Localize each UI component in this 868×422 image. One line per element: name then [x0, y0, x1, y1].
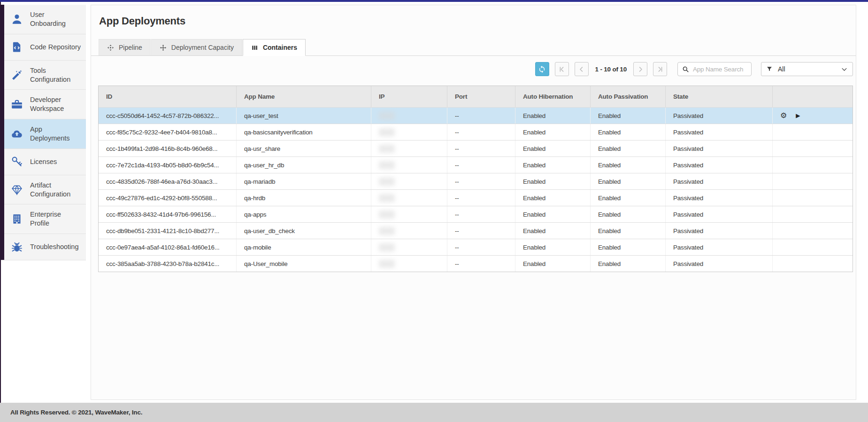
sidebar-item-developer-workspace[interactable]: Developer Workspace — [0, 89, 86, 119]
cell-port: -- — [447, 173, 515, 189]
pagination-next-button[interactable] — [633, 62, 647, 76]
sidebar-item-licenses[interactable]: Licenses — [0, 148, 86, 175]
ip-value-redacted — [379, 243, 395, 251]
search-icon — [682, 66, 689, 73]
table-row[interactable]: ccc-ff502633-8432-41d4-97b6-996156...qa-… — [99, 206, 853, 222]
sidebar-item-tools-configuration[interactable]: Tools Configuration — [0, 60, 86, 90]
column-header-port[interactable]: Port — [447, 86, 515, 107]
tab-deployment-capacity[interactable]: Deployment Capacity — [151, 39, 242, 55]
column-header-app-name[interactable]: App Name — [237, 86, 371, 107]
cell-state: Passivated — [666, 223, 773, 239]
cell-auto-hibernation: Enabled — [515, 190, 591, 206]
sidebar-item-code-repository[interactable]: Code Repository — [0, 34, 86, 60]
bug-icon — [10, 241, 23, 253]
app-name-search-input[interactable] — [693, 66, 747, 73]
table-toolbar: 1 - 10 of 10 All — [91, 56, 856, 81]
cell-state: Passivated — [666, 190, 773, 206]
pagination-first-button[interactable] — [555, 62, 569, 76]
sidebar-item-label: Tools Configuration — [30, 66, 81, 84]
tab-containers[interactable]: Containers — [243, 39, 306, 56]
cell-port: -- — [447, 108, 515, 124]
cell-port: -- — [447, 206, 515, 222]
cell-actions — [773, 124, 853, 140]
cell-actions — [773, 141, 853, 156]
column-header-auto-hibernation[interactable]: Auto Hibernation — [515, 86, 591, 107]
table-row[interactable]: ccc-0e97aea4-a5af-4102-86a1-fd60e16...qa… — [99, 239, 853, 255]
cell-auto-passivation: Enabled — [591, 206, 666, 222]
sidebar-item-troubleshooting[interactable]: Troubleshooting — [0, 234, 86, 260]
table-row[interactable]: ccc-1b499fa1-2d98-416b-8c4b-960e68...qa-… — [99, 140, 853, 156]
cell-ip — [371, 108, 447, 124]
ip-value-redacted — [379, 178, 395, 186]
cell-auto-hibernation: Enabled — [515, 141, 591, 156]
tab-bar: PipelineDeployment CapacityContainers — [91, 39, 856, 56]
cell-actions — [773, 239, 853, 255]
briefcase-icon — [10, 98, 23, 111]
sidebar-item-app-deployments[interactable]: App Deployments — [0, 119, 86, 148]
pipeline-icon — [107, 44, 114, 51]
cell-ip — [371, 206, 447, 222]
cell-actions: ⚙▶ — [773, 108, 853, 124]
cell-ip — [371, 239, 447, 255]
cell-actions — [773, 206, 853, 222]
column-header-state[interactable]: State — [666, 86, 773, 107]
sidebar-item-enterprise-profile[interactable]: Enterprise Profile — [0, 204, 86, 234]
cell-auto-hibernation: Enabled — [515, 173, 591, 189]
table-row[interactable]: ccc-385aa5ab-3788-4230-b78a-b2841c...qa-… — [99, 255, 853, 272]
table-row[interactable]: ccc-c5050d64-1452-4c57-872b-086322...qa-… — [99, 107, 853, 124]
move-icon — [160, 44, 167, 51]
cell-actions — [773, 173, 853, 189]
magic-wand-icon — [10, 69, 23, 81]
cell-id: ccc-4835d026-788f-46ea-a76d-30aac3... — [99, 173, 237, 189]
table-row[interactable]: ccc-7e72c1da-4193-4b05-b8d0-6b9c54...qa-… — [99, 156, 853, 173]
cell-auto-passivation: Enabled — [591, 190, 666, 206]
filter-funnel-icon — [766, 66, 773, 72]
diamond-icon — [10, 183, 23, 196]
cell-port: -- — [447, 141, 515, 156]
cell-id: ccc-7e72c1da-4193-4b05-b8d0-6b9c54... — [99, 157, 237, 173]
cell-app-name: qa-User_mobile — [237, 256, 371, 272]
table-row[interactable]: ccc-49c27876-ed1c-4292-b0f8-550588...qa-… — [99, 189, 853, 206]
cell-app-name: qa-user_db_check — [237, 223, 371, 239]
ip-value-redacted — [379, 128, 395, 136]
sidebar-item-label: Developer Workspace — [30, 95, 81, 113]
table-row[interactable]: ccc-4835d026-788f-46ea-a76d-30aac3...qa-… — [99, 173, 853, 189]
pagination-last-button[interactable] — [653, 62, 667, 76]
tab-pipeline[interactable]: Pipeline — [99, 39, 151, 55]
column-header-auto-passivation[interactable]: Auto Passivation — [591, 86, 666, 107]
cell-state: Passivated — [666, 108, 773, 124]
ip-value-redacted — [379, 194, 395, 202]
refresh-button[interactable] — [535, 62, 549, 76]
cell-state: Passivated — [666, 239, 773, 255]
cell-state: Passivated — [666, 124, 773, 140]
state-filter-dropdown[interactable]: All — [761, 62, 853, 76]
cell-actions — [773, 256, 853, 272]
gear-icon[interactable]: ⚙ — [780, 112, 787, 119]
column-header-ip[interactable]: IP — [371, 86, 447, 107]
table-row[interactable]: ccc-db9be051-2331-4121-8c10-8bd277...qa-… — [99, 222, 853, 239]
cell-id: ccc-0e97aea4-a5af-4102-86a1-fd60e16... — [99, 239, 237, 255]
pagination-range-label: 1 - 10 of 10 — [594, 66, 628, 73]
cell-auto-passivation: Enabled — [591, 239, 666, 255]
tab-label: Deployment Capacity — [171, 44, 234, 51]
cell-port: -- — [447, 256, 515, 272]
cell-id: ccc-49c27876-ed1c-4292-b0f8-550588... — [99, 190, 237, 206]
user-icon — [10, 13, 23, 25]
cell-auto-passivation: Enabled — [591, 124, 666, 140]
column-header-actions[interactable] — [773, 86, 853, 107]
cell-auto-passivation: Enabled — [591, 108, 666, 124]
sidebar-item-user-onboarding[interactable]: User Onboarding — [0, 5, 86, 34]
building-icon — [10, 213, 23, 226]
pagination-prev-button[interactable] — [575, 62, 589, 76]
sidebar-item-artifact-configuration[interactable]: Artifact Configuration — [0, 175, 86, 204]
sidebar-item-label: Code Repository — [30, 43, 81, 52]
left-edge-strip — [0, 2, 1, 403]
cell-actions — [773, 223, 853, 239]
play-icon[interactable]: ▶ — [796, 113, 800, 118]
column-header-id[interactable]: ID — [99, 86, 237, 107]
table-body: ccc-c5050d64-1452-4c57-872b-086322...qa-… — [99, 107, 853, 272]
table-row[interactable]: ccc-f85c75c2-9232-4ee7-b404-9810a8...qa-… — [99, 124, 853, 140]
cell-id: ccc-db9be051-2331-4121-8c10-8bd277... — [99, 223, 237, 239]
cell-auto-hibernation: Enabled — [515, 239, 591, 255]
cell-auto-passivation: Enabled — [591, 223, 666, 239]
